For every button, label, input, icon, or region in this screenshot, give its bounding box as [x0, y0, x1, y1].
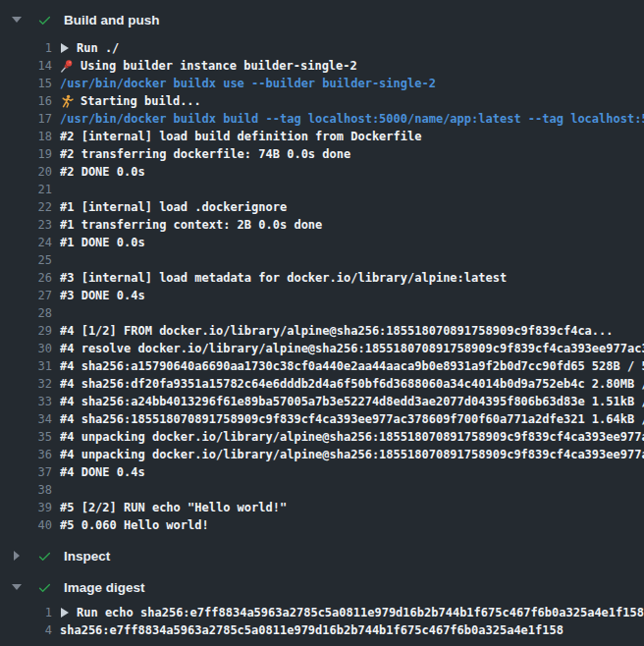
- line-number[interactable]: 24: [0, 234, 52, 251]
- section-title: Image digest: [64, 580, 145, 595]
- line-number[interactable]: 30: [0, 340, 52, 357]
- section-header-inspect[interactable]: Inspect: [0, 542, 644, 569]
- runner-icon: [60, 94, 74, 108]
- log-section-build-and-push: Build and push 1 Run ./ 14 Using builder…: [0, 6, 644, 534]
- log-text: #4 [1/2] FROM docker.io/library/alpine@s…: [60, 322, 644, 340]
- log-line: 19 #2 transferring dockerfile: 74B 0.0s …: [0, 145, 644, 163]
- line-number[interactable]: 19: [0, 145, 52, 163]
- log-text: #3 DONE 0.4s: [60, 287, 644, 304]
- line-number[interactable]: 33: [0, 393, 52, 410]
- line-number[interactable]: 4: [0, 621, 52, 639]
- line-number[interactable]: 18: [0, 128, 52, 145]
- section-header-build-and-push[interactable]: Build and push: [0, 6, 644, 33]
- log-text: sha256:e7ff8834a5963a2785c5a0811e979d16b…: [60, 621, 644, 639]
- log-line: 16 Starting build...: [0, 92, 644, 110]
- line-number[interactable]: 28: [0, 304, 52, 322]
- log-line: 1 Run echo sha256:e7ff8834a5963a2785c5a0…: [0, 604, 644, 621]
- log-text: Run ./: [60, 39, 644, 57]
- line-number[interactable]: 23: [0, 216, 52, 234]
- line-number[interactable]: 16: [0, 92, 52, 110]
- log-line: 27 #3 DONE 0.4s: [0, 287, 644, 304]
- success-check-icon: [36, 548, 52, 564]
- log-line: 33 #4 sha256:a24bb4013296f61e89ba57005a7…: [0, 393, 644, 410]
- expand-group-icon[interactable]: [61, 608, 69, 618]
- line-number[interactable]: 14: [0, 57, 52, 75]
- log-text: #3 [internal] load metadata for docker.i…: [60, 269, 644, 287]
- line-number[interactable]: 21: [0, 181, 52, 198]
- line-number[interactable]: 35: [0, 428, 52, 446]
- log-line: 24 #1 DONE 0.0s: [0, 234, 644, 251]
- line-number[interactable]: 29: [0, 322, 52, 340]
- log-line: 40 #5 0.060 Hello world!: [0, 516, 644, 534]
- line-number[interactable]: 31: [0, 357, 52, 375]
- log-text: /usr/bin/docker buildx use --builder bui…: [60, 75, 644, 92]
- log-text: Run echo sha256:e7ff8834a5963a2785c5a081…: [60, 604, 644, 621]
- log-line: 15 /usr/bin/docker buildx use --builder …: [0, 75, 644, 92]
- section-title: Build and push: [64, 13, 160, 27]
- log-text: #4 resolve docker.io/library/alpine@sha2…: [60, 340, 644, 357]
- log-line: 17 /usr/bin/docker buildx build --tag lo…: [0, 110, 644, 128]
- log-text: #4 unpacking docker.io/library/alpine@sh…: [60, 446, 644, 463]
- line-number[interactable]: 39: [0, 499, 52, 516]
- log-text: #2 transferring dockerfile: 74B 0.0s don…: [60, 145, 644, 163]
- log-text: #1 [internal] load .dockerignore: [60, 198, 644, 216]
- log-text: #4 unpacking docker.io/library/alpine@sh…: [60, 428, 644, 446]
- log-section-image-digest: Image digest 1 Run echo sha256:e7ff8834a…: [0, 573, 644, 639]
- log-text: #1 DONE 0.0s: [60, 234, 644, 251]
- line-number[interactable]: 1: [0, 39, 52, 57]
- line-number[interactable]: 17: [0, 110, 52, 128]
- log-line: 35 #4 unpacking docker.io/library/alpine…: [0, 428, 644, 446]
- pushpin-icon: [60, 59, 74, 73]
- log-text: #4 DONE 0.4s: [60, 463, 644, 481]
- log-viewer: Build and push 1 Run ./ 14 Using builder…: [0, 0, 644, 639]
- line-number[interactable]: 37: [0, 463, 52, 481]
- line-number[interactable]: 38: [0, 481, 52, 499]
- line-number[interactable]: 15: [0, 75, 52, 92]
- log-line: 14 Using builder instance builder-single…: [0, 57, 644, 75]
- log-text: Starting build...: [60, 92, 644, 110]
- line-number[interactable]: 26: [0, 269, 52, 287]
- line-number[interactable]: 20: [0, 163, 52, 181]
- log-text: #5 0.060 Hello world!: [60, 516, 644, 534]
- log-lines: 1 Run echo sha256:e7ff8834a5963a2785c5a0…: [0, 604, 644, 639]
- line-number[interactable]: 32: [0, 375, 52, 393]
- log-text: Using builder instance builder-single-2: [60, 57, 644, 75]
- log-line: 34 #4 sha256:185518070891758909c9f839cf4…: [0, 410, 644, 428]
- success-check-icon: [36, 12, 52, 27]
- log-section-inspect: Inspect: [0, 542, 644, 569]
- log-line: 21: [0, 181, 644, 198]
- log-line: 30 #4 resolve docker.io/library/alpine@s…: [0, 340, 644, 357]
- line-number[interactable]: 25: [0, 251, 52, 269]
- log-line: 1 Run ./: [0, 39, 644, 57]
- log-line: 4 sha256:e7ff8834a5963a2785c5a0811e979d1…: [0, 621, 644, 639]
- line-number[interactable]: 36: [0, 446, 52, 463]
- log-line: 26 #3 [internal] load metadata for docke…: [0, 269, 644, 287]
- line-number[interactable]: 1: [0, 604, 52, 621]
- log-text: #4 sha256:a24bb4013296f61e89ba57005a7b3e…: [60, 393, 644, 410]
- line-number[interactable]: 40: [0, 516, 52, 534]
- section-header-image-digest[interactable]: Image digest: [0, 573, 644, 601]
- log-text: #1 transferring context: 2B 0.0s done: [60, 216, 644, 234]
- line-number[interactable]: 27: [0, 287, 52, 304]
- chevron-right-icon[interactable]: [12, 551, 22, 561]
- log-line: 37 #4 DONE 0.4s: [0, 463, 644, 481]
- log-text: #4 sha256:a15790640a6690aa1730c38cf0a440…: [60, 357, 644, 375]
- log-line: 29 #4 [1/2] FROM docker.io/library/alpin…: [0, 322, 644, 340]
- log-line: 39 #5 [2/2] RUN echo "Hello world!": [0, 499, 644, 516]
- log-text: /usr/bin/docker buildx build --tag local…: [60, 110, 644, 128]
- log-line: 22 #1 [internal] load .dockerignore: [0, 198, 644, 216]
- expand-group-icon[interactable]: [61, 43, 69, 53]
- log-text: #2 DONE 0.0s: [60, 163, 644, 181]
- log-line: 25: [0, 251, 644, 269]
- line-number[interactable]: 22: [0, 198, 52, 216]
- success-check-icon: [36, 579, 52, 595]
- log-text: #4 sha256:df20fa9351a15782c64e6dddb2d4a6…: [60, 375, 644, 393]
- log-text: #2 [internal] load build definition from…: [60, 128, 644, 145]
- line-number[interactable]: 34: [0, 410, 52, 428]
- chevron-down-icon[interactable]: [12, 584, 22, 590]
- log-text: #5 [2/2] RUN echo "Hello world!": [60, 499, 644, 516]
- log-line: 18 #2 [internal] load build definition f…: [0, 128, 644, 145]
- log-line: 20 #2 DONE 0.0s: [0, 163, 644, 181]
- log-line: 38: [0, 481, 644, 499]
- chevron-down-icon[interactable]: [12, 17, 22, 23]
